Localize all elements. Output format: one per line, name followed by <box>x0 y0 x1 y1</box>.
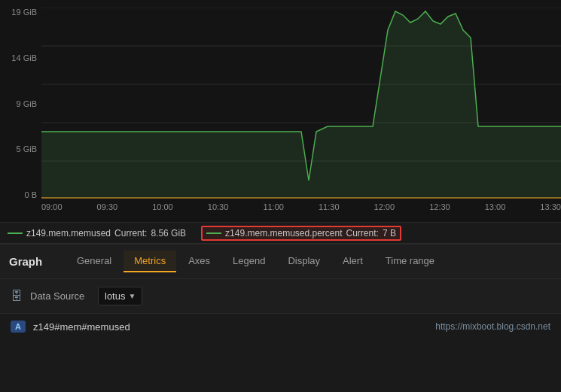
legend-bar: z149.mem.memused Current: 8.56 GiB z149.… <box>0 222 561 243</box>
legend-current-label-2: Current: <box>346 228 379 239</box>
tab-axes[interactable]: Axes <box>178 251 221 272</box>
legend-current-label-1: Current: <box>114 228 147 239</box>
x-label-3: 10:30 <box>208 202 229 216</box>
panel-editor: Graph General Metrics Axes Legend Displa… <box>0 243 561 339</box>
legend-metric-2: z149.mem.memused.percent <box>225 228 342 239</box>
query-text: z149#mem#memused <box>33 321 428 333</box>
datasource-row: 🗄 Data Source lotus ▼ <box>0 279 561 314</box>
legend-line-1 <box>8 232 23 234</box>
tab-list: General Metrics Axes Legend Display Aler… <box>66 251 552 272</box>
query-badge: A <box>11 321 26 333</box>
x-axis: 09:00 09:30 10:00 10:30 11:00 11:30 12:0… <box>41 199 561 216</box>
tab-metrics[interactable]: Metrics <box>123 251 176 272</box>
query-row: A z149#mem#memused https://mixboot.blog.… <box>0 314 561 339</box>
x-label-6: 12:00 <box>374 202 395 216</box>
y-label-1: 14 GiB <box>11 53 37 62</box>
x-label-2: 10:00 <box>152 202 173 216</box>
y-label-4: 0 B <box>24 190 37 199</box>
legend-item-1: z149.mem.memused Current: 8.56 GiB <box>8 228 186 239</box>
panel-type-label: Graph <box>9 255 54 268</box>
legend-current-value-2: 7 B <box>383 228 396 239</box>
url-text: https://mixboot.blog.csdn.net <box>435 321 550 332</box>
y-label-2: 9 GiB <box>16 99 37 108</box>
tab-alert[interactable]: Alert <box>332 251 373 272</box>
legend-metric-1: z149.mem.memused <box>26 228 111 239</box>
database-icon: 🗄 <box>11 290 23 303</box>
x-label-9: 13:30 <box>540 202 561 216</box>
legend-current-value-1: 8.56 GiB <box>151 228 186 239</box>
y-axis: 19 GiB 14 GiB 9 GiB 5 GiB 0 B <box>0 8 41 199</box>
tab-time-range[interactable]: Time range <box>375 251 445 272</box>
tab-legend[interactable]: Legend <box>222 251 276 272</box>
datasource-select[interactable]: lotus ▼ <box>98 287 142 305</box>
legend-line-2 <box>206 232 221 234</box>
datasource-value: lotus <box>105 290 125 302</box>
datasource-label: Data Source <box>30 290 90 302</box>
y-label-3: 5 GiB <box>16 144 37 153</box>
tab-display[interactable]: Display <box>277 251 331 272</box>
x-label-8: 13:00 <box>485 202 506 216</box>
panel-type-row: Graph General Metrics Axes Legend Displa… <box>0 245 561 279</box>
x-label-0: 09:00 <box>41 202 63 216</box>
x-label-1: 09:30 <box>97 202 118 216</box>
y-label-0: 19 GiB <box>11 8 37 17</box>
x-label-4: 11:00 <box>263 202 284 216</box>
caret-down-icon: ▼ <box>128 292 136 300</box>
x-label-5: 11:30 <box>319 202 340 216</box>
chart-inner <box>41 8 561 199</box>
x-label-7: 12:30 <box>429 202 450 216</box>
chart-svg <box>41 8 561 199</box>
tab-general[interactable]: General <box>66 251 122 272</box>
legend-item-2: z149.mem.memused.percent Current: 7 B <box>201 226 401 241</box>
chart-container: 19 GiB 14 GiB 9 GiB 5 GiB 0 B 09:00 09:3… <box>0 0 561 222</box>
